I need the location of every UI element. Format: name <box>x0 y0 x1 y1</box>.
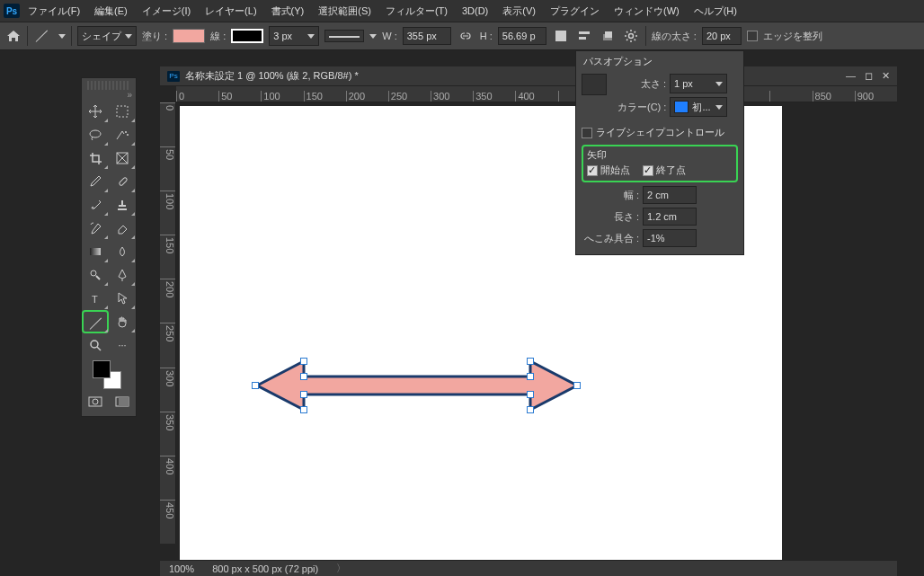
arrow-width-label: 幅 : <box>582 189 639 202</box>
frame-tool[interactable] <box>109 146 136 170</box>
path-options-panel: パスオプション 太さ : 1 px カラー(C) : 初... ライブシェイプコ… <box>575 50 744 255</box>
menu-image[interactable]: イメージ(I) <box>136 2 197 21</box>
start-point-label: 開始点 <box>600 164 630 175</box>
move-tool[interactable] <box>82 100 109 123</box>
fill-swatch[interactable] <box>173 29 205 43</box>
maximize-icon[interactable]: ◻ <box>865 70 873 82</box>
toolbox: » T ··· <box>81 77 137 417</box>
menu-edit[interactable]: 編集(E) <box>88 2 134 21</box>
eyedropper-tool[interactable] <box>82 170 109 193</box>
chevron-down-icon[interactable] <box>58 34 66 39</box>
quick-select-tool[interactable] <box>109 123 136 146</box>
toolbox-grip[interactable] <box>87 81 130 90</box>
arrange-icon[interactable] <box>599 27 617 45</box>
svg-rect-2 <box>579 37 586 40</box>
concave-input[interactable] <box>643 229 697 247</box>
gradient-tool[interactable] <box>82 240 109 263</box>
width-input[interactable] <box>403 27 451 45</box>
history-brush-tool[interactable] <box>82 217 109 240</box>
svg-point-5 <box>628 34 633 39</box>
svg-rect-11 <box>119 177 128 186</box>
menu-view[interactable]: 表示(V) <box>496 2 542 21</box>
svg-rect-4 <box>605 31 612 38</box>
document-tab[interactable]: Ps 名称未設定 1 @ 100% (線 2, RGB/8#) * — ◻ ✕ <box>160 66 897 86</box>
screen-mode-icon[interactable] <box>109 393 136 411</box>
align-edges-label: エッジを整列 <box>763 30 822 43</box>
tool-preset-icon[interactable] <box>33 26 53 46</box>
thickness-label: 太さ : <box>617 77 666 91</box>
svg-point-17 <box>93 399 98 404</box>
arrow-section-highlight: 矢印 開始点 終了点 <box>582 145 738 182</box>
gear-icon[interactable] <box>622 27 640 45</box>
menu-file[interactable]: ファイル(F) <box>22 2 86 21</box>
menu-3d[interactable]: 3D(D) <box>456 3 494 19</box>
menu-window[interactable]: ウィンドウ(W) <box>608 2 686 21</box>
hand-tool[interactable] <box>109 310 136 333</box>
more-tools[interactable]: ··· <box>109 333 136 357</box>
home-icon[interactable] <box>5 28 22 44</box>
pen-tool[interactable] <box>109 263 136 287</box>
menu-filter[interactable]: フィルター(T) <box>379 2 454 21</box>
zoom-level[interactable]: 100% <box>169 563 194 574</box>
height-input[interactable] <box>498 27 546 45</box>
mode-dropdown[interactable]: シェイプ <box>77 26 137 46</box>
menu-select[interactable]: 選択範囲(S) <box>312 2 378 21</box>
stamp-tool[interactable] <box>109 193 136 217</box>
vertical-ruler: 050100150200250300350400450 <box>160 102 176 544</box>
workspace: » T ··· <box>0 50 924 576</box>
live-shape-checkbox[interactable] <box>582 128 592 138</box>
stroke-type-dropdown[interactable] <box>324 30 364 42</box>
path-select-tool[interactable] <box>109 287 136 310</box>
collapse-icon[interactable]: » <box>82 90 136 100</box>
color-wells[interactable] <box>82 357 136 389</box>
stroke-label: 線 : <box>210 30 226 43</box>
line-tool[interactable] <box>82 310 109 333</box>
start-point-checkbox[interactable] <box>587 165 598 176</box>
arrow-width-input[interactable] <box>643 186 697 204</box>
doc-info: 800 px x 500 px (72 ppi) <box>212 563 318 574</box>
brush-tool[interactable] <box>82 193 109 217</box>
status-bar: 100% 800 px x 500 px (72 ppi) 〉 <box>160 560 897 576</box>
heal-tool[interactable] <box>109 170 136 193</box>
options-bar: シェイプ 塗り : 線 : 3 px W : H : 線の太さ : エッジを整列 <box>0 22 924 50</box>
arrow-length-input[interactable] <box>643 208 697 226</box>
foreground-color[interactable] <box>93 360 111 378</box>
end-point-label: 終了点 <box>656 164 686 175</box>
lasso-tool[interactable] <box>82 123 109 146</box>
menu-layer[interactable]: レイヤー(L) <box>199 2 262 21</box>
type-tool[interactable]: T <box>82 287 109 310</box>
svg-point-15 <box>91 341 98 348</box>
end-point-checkbox[interactable] <box>643 165 653 176</box>
menu-bar: Ps ファイル(F) 編集(E) イメージ(I) レイヤー(L) 書式(Y) 選… <box>0 0 924 22</box>
zoom-tool[interactable] <box>82 333 109 357</box>
stroke-swatch[interactable] <box>231 29 263 43</box>
menu-type[interactable]: 書式(Y) <box>265 2 311 21</box>
eraser-tool[interactable] <box>109 217 136 240</box>
svg-text:T: T <box>92 294 98 305</box>
arrow-shape[interactable] <box>255 358 579 413</box>
crop-tool[interactable] <box>82 146 109 170</box>
quick-mask-icon[interactable] <box>82 393 109 411</box>
line-weight-label: 線の太さ : <box>652 30 697 43</box>
color-dropdown[interactable]: 初... <box>670 97 727 117</box>
minimize-icon[interactable]: — <box>846 70 856 82</box>
panel-title: パスオプション <box>576 51 743 72</box>
blur-tool[interactable] <box>109 240 136 263</box>
close-icon[interactable]: ✕ <box>882 70 890 82</box>
align-edges-checkbox[interactable] <box>747 31 758 41</box>
stroke-width-input[interactable]: 3 px <box>269 26 319 46</box>
path-ops-icon[interactable] <box>552 27 570 45</box>
svg-rect-12 <box>90 248 101 255</box>
menu-help[interactable]: ヘルプ(H) <box>688 2 743 21</box>
live-shape-label: ライブシェイプコントロール <box>596 126 724 139</box>
align-icon[interactable] <box>575 27 593 45</box>
line-weight-input[interactable] <box>702 27 742 45</box>
link-icon[interactable] <box>457 27 475 45</box>
arrow-section-title: 矢印 <box>587 148 733 162</box>
marquee-tool[interactable] <box>109 100 136 123</box>
dodge-tool[interactable] <box>82 263 109 287</box>
document-window: Ps 名称未設定 1 @ 100% (線 2, RGB/8#) * — ◻ ✕ … <box>160 66 897 576</box>
menu-plugin[interactable]: プラグイン <box>544 2 606 21</box>
thickness-dropdown[interactable]: 1 px <box>670 74 727 93</box>
width-label: W : <box>382 31 397 41</box>
